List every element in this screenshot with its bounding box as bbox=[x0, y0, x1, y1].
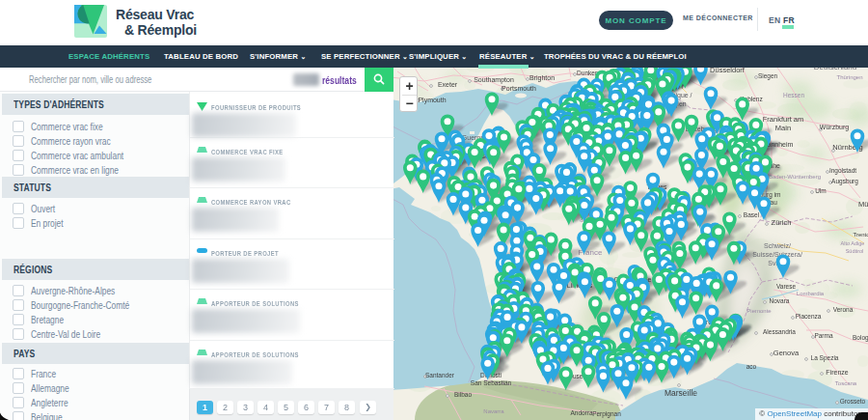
svg-text:Grosseto: Grosseto bbox=[840, 398, 866, 405]
svg-text:Ingolstadt: Ingolstadt bbox=[829, 167, 856, 175]
svg-text:Perpignan: Perpignan bbox=[592, 410, 621, 418]
svg-text:Thüringen: Thüringen bbox=[836, 74, 862, 80]
svg-text:La Spezia: La Spezia bbox=[811, 354, 839, 362]
svg-text:Basel: Basel bbox=[744, 211, 760, 218]
svg-text:Suisse/Svizzera/: Suisse/Svizzera/ bbox=[752, 251, 802, 258]
svg-text:Verona: Verona bbox=[833, 306, 854, 313]
svg-text:Brighton: Brighton bbox=[529, 74, 555, 82]
svg-text:Baden-Württemberg: Baden-Württemberg bbox=[769, 174, 821, 180]
svg-text:Alessandria: Alessandria bbox=[763, 328, 796, 335]
svg-text:Siegen: Siegen bbox=[758, 72, 778, 80]
svg-text:Trento: Trento bbox=[853, 232, 868, 238]
svg-text:Zürich: Zürich bbox=[772, 218, 792, 227]
svg-text:Südtirol: Südtirol bbox=[846, 248, 864, 254]
svg-text:Piemonte: Piemonte bbox=[746, 308, 772, 314]
svg-text:Frankfurt am: Frankfurt am bbox=[763, 115, 804, 124]
svg-text:Deutschland: Deutschland bbox=[814, 68, 856, 71]
svg-text:Alto Adige: Alto Adige bbox=[841, 240, 865, 246]
svg-text:Schweiz/: Schweiz/ bbox=[764, 242, 791, 249]
svg-text:Andorra: Andorra bbox=[570, 409, 593, 416]
svg-text:Bilbao: Bilbao bbox=[454, 391, 472, 398]
svg-text:Würzburg: Würzburg bbox=[820, 124, 849, 131]
svg-text:Toscana: Toscana bbox=[835, 380, 857, 386]
svg-text:San Sebastián: San Sebastián bbox=[471, 379, 512, 386]
svg-text:Ulm: Ulm bbox=[815, 187, 827, 194]
svg-text:Navarra: Navarra bbox=[483, 408, 504, 414]
svg-text:Main: Main bbox=[775, 124, 791, 132]
svg-text:Exeter: Exeter bbox=[438, 81, 458, 88]
svg-text:Plymouth: Plymouth bbox=[418, 97, 446, 104]
svg-text:Piacenza: Piacenza bbox=[796, 313, 822, 320]
svg-text:Augsburg: Augsburg bbox=[831, 178, 858, 185]
svg-text:Southampton: Southampton bbox=[474, 76, 514, 84]
svg-text:Novara: Novara bbox=[770, 297, 790, 304]
svg-text:Münch: Münch bbox=[858, 200, 868, 209]
svg-text:Bologn: Bologn bbox=[853, 334, 868, 342]
svg-text:aco: aco bbox=[746, 363, 757, 370]
svg-text:Marseille: Marseille bbox=[665, 388, 697, 398]
svg-text:Portsmouth: Portsmouth bbox=[502, 85, 536, 92]
svg-text:Santander: Santander bbox=[425, 372, 455, 378]
svg-text:Firenze: Firenze bbox=[826, 369, 848, 376]
svg-text:Varese: Varese bbox=[776, 283, 796, 290]
svg-text:Parma: Parma bbox=[814, 332, 833, 339]
svg-text:Lombardia: Lombardia bbox=[797, 291, 825, 296]
svg-text:Genova: Genova bbox=[773, 349, 800, 357]
svg-text:Hessen: Hessen bbox=[783, 92, 804, 98]
